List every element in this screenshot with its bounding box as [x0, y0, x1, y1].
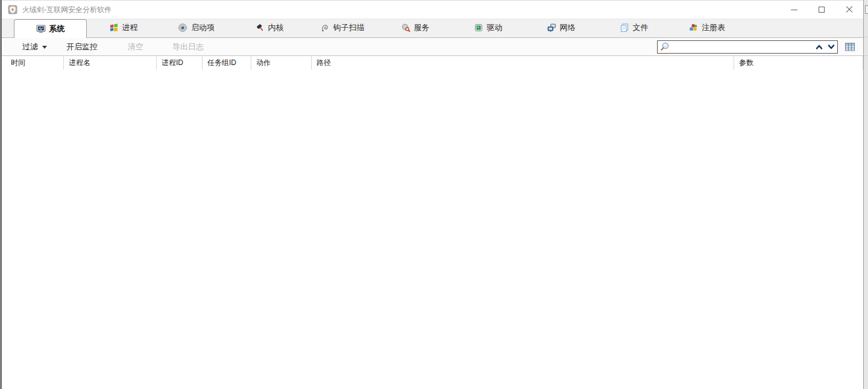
- tab-label: 钩子扫描: [333, 22, 365, 33]
- search-prev-button[interactable]: [813, 41, 825, 53]
- column-label: 任务组ID: [207, 58, 236, 67]
- search-box: [657, 40, 838, 54]
- chevron-up-icon: [815, 44, 823, 50]
- tab-network[interactable]: 网络: [524, 18, 597, 37]
- tab-startup[interactable]: 启动项: [160, 18, 233, 37]
- search-input[interactable]: [670, 42, 813, 52]
- file-icon: [620, 23, 629, 33]
- tab-label: 注册表: [702, 22, 725, 33]
- window-title: 火绒剑-互联网安全分析软件: [22, 5, 112, 15]
- filter-label: 过滤: [22, 42, 38, 52]
- export-log-button[interactable]: 导出日志: [172, 42, 204, 52]
- column-label: 进程名: [69, 58, 90, 67]
- app-logo-icon: [8, 5, 17, 14]
- minimize-button[interactable]: [780, 1, 808, 19]
- search-next-button[interactable]: [825, 41, 837, 53]
- minimize-icon: [791, 10, 797, 10]
- start-monitor-label: 开启监控: [66, 42, 98, 52]
- kernel-icon: [255, 23, 265, 33]
- column-header-process-id[interactable]: 进程ID: [157, 56, 203, 70]
- tab-process[interactable]: 进程: [87, 18, 160, 37]
- startup-icon: [178, 23, 187, 33]
- grid-table-icon: [844, 42, 855, 52]
- tab-label: 进程: [122, 22, 138, 33]
- hook-scan-icon: [320, 23, 330, 33]
- tab-system[interactable]: 系统: [14, 19, 87, 38]
- system-monitor-icon: [36, 24, 46, 34]
- tab-label: 内核: [268, 22, 284, 33]
- desktop: 火绒剑-互联网安全分析软件 系统: [0, 0, 868, 389]
- close-icon: [846, 6, 853, 13]
- tab-label: 启动项: [191, 22, 215, 33]
- column-header-params[interactable]: 参数: [734, 56, 863, 70]
- column-label: 时间: [11, 58, 25, 67]
- network-icon: [547, 23, 556, 33]
- filter-button[interactable]: 过滤: [22, 42, 47, 52]
- tab-label: 驱动: [487, 22, 503, 33]
- driver-icon: [474, 23, 483, 33]
- tab-label: 系统: [49, 23, 65, 34]
- tab-label: 文件: [633, 22, 649, 33]
- export-log-label: 导出日志: [172, 42, 204, 52]
- toolbar: 过滤 开启监控 清空 导出日志: [2, 38, 863, 56]
- background-window-edge: [863, 0, 868, 389]
- column-header-action[interactable]: 动作: [251, 56, 312, 70]
- app-window: 火绒剑-互联网安全分析软件 系统: [2, 0, 863, 389]
- registry-icon: [688, 23, 698, 33]
- process-icon: [109, 23, 119, 33]
- search-icon: [659, 42, 670, 52]
- column-header-path[interactable]: 路径: [312, 56, 734, 70]
- tab-label: 服务: [414, 22, 430, 33]
- tab-hook-scan[interactable]: 钩子扫描: [306, 18, 379, 37]
- chevron-down-icon: [827, 44, 835, 50]
- titlebar: 火绒剑-互联网安全分析软件: [2, 1, 863, 19]
- table-header: 时间 进程名 进程ID 任务组ID 动作 路径 参数: [2, 56, 863, 70]
- column-header-process-name[interactable]: 进程名: [64, 56, 157, 70]
- column-label: 动作: [256, 58, 271, 67]
- tab-drivers[interactable]: 驱动: [451, 18, 524, 37]
- tabbar: 系统 进程: [2, 19, 863, 38]
- column-settings-button[interactable]: [843, 40, 857, 54]
- maximize-button[interactable]: [808, 1, 835, 19]
- clear-label: 清空: [128, 42, 143, 52]
- chevron-down-icon: [42, 46, 47, 49]
- column-header-time[interactable]: 时间: [2, 56, 64, 70]
- start-monitor-button[interactable]: 开启监控: [66, 42, 98, 52]
- tab-label: 网络: [560, 22, 576, 33]
- tab-kernel[interactable]: 内核: [233, 18, 306, 37]
- close-button[interactable]: [835, 1, 863, 19]
- table-body[interactable]: [2, 70, 863, 389]
- column-header-task-group-id[interactable]: 任务组ID: [203, 56, 251, 70]
- column-label: 参数: [739, 58, 753, 67]
- background-window-fragment: [865, 5, 868, 14]
- service-icon: [401, 23, 410, 33]
- maximize-icon: [819, 7, 825, 13]
- tab-files[interactable]: 文件: [597, 18, 670, 37]
- tab-registry[interactable]: 注册表: [670, 18, 743, 37]
- column-label: 路径: [316, 58, 331, 67]
- clear-button[interactable]: 清空: [128, 42, 143, 52]
- column-label: 进程ID: [162, 58, 183, 67]
- tab-services[interactable]: 服务: [379, 18, 451, 37]
